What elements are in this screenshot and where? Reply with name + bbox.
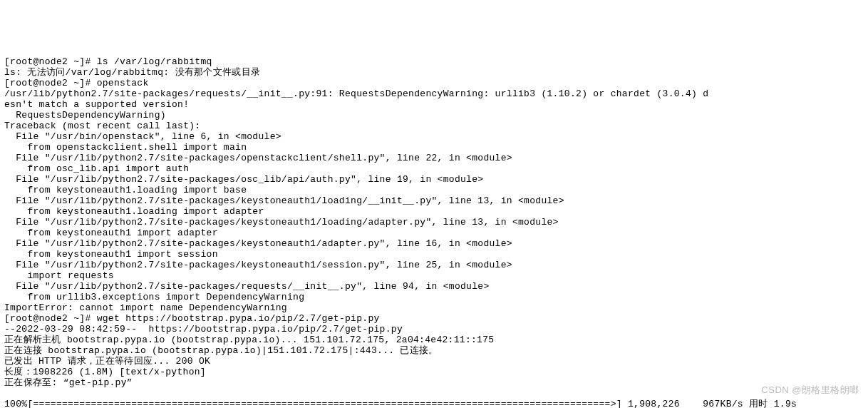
import-error-line: ImportError: cannot import name Dependen… bbox=[4, 302, 287, 313]
warning-line: esn't match a supported version! bbox=[4, 99, 189, 110]
traceback-file: File "/usr/lib/python2.7/site-packages/k… bbox=[4, 217, 559, 228]
warning-line: RequestsDependencyWarning) bbox=[4, 110, 166, 121]
wget-output-line: 长度：1908226 (1.8M) [text/x-python] bbox=[4, 367, 206, 377]
wget-output-line: --2022-03-29 08:42:59-- https://bootstra… bbox=[4, 324, 403, 335]
wget-output-line: 已发出 HTTP 请求，正在等待回应... 200 OK bbox=[4, 356, 210, 367]
terminal-output: [root@node2 ~]# ls /var/log/rabbitmq ls:… bbox=[4, 46, 864, 408]
command-text: wget https://bootstrap.pypa.io/pip/2.7/g… bbox=[97, 313, 380, 324]
wget-output-line: 正在连接 bootstrap.pypa.io (bootstrap.pypa.i… bbox=[4, 345, 438, 356]
shell-prompt: [root@node2 ~]# bbox=[4, 56, 97, 67]
traceback-file: File "/usr/lib/python2.7/site-packages/k… bbox=[4, 238, 512, 249]
traceback-code: from keystoneauth1.loading import adapte… bbox=[4, 206, 264, 217]
traceback-code: from openstackclient.shell import main bbox=[4, 142, 247, 153]
ls-error-line: ls: 无法访问/var/log/rabbitmq: 没有那个文件或目录 bbox=[4, 67, 260, 78]
shell-prompt: [root@node2 ~]# bbox=[4, 313, 97, 324]
wget-progress-bar: 100%[===================================… bbox=[4, 399, 797, 408]
traceback-file: File "/usr/lib/python2.7/site-packages/k… bbox=[4, 260, 512, 270]
traceback-file: File "/usr/bin/openstack", line 6, in <m… bbox=[4, 131, 281, 142]
traceback-code: from osc_lib.api import auth bbox=[4, 163, 189, 174]
traceback-code: from keystoneauth1 import adapter bbox=[4, 228, 218, 238]
wget-output-line: 正在解析主机 bootstrap.pypa.io (bootstrap.pypa… bbox=[4, 335, 494, 345]
command-text: openstack bbox=[97, 78, 149, 88]
warning-line: /usr/lib/python2.7/site-packages/request… bbox=[4, 88, 708, 99]
shell-prompt: [root@node2 ~]# bbox=[4, 78, 97, 88]
wget-output-line: 正在保存至: “get-pip.py” bbox=[4, 377, 133, 388]
traceback-code: from urllib3.exceptions import Dependenc… bbox=[4, 292, 304, 302]
traceback-code: import requests bbox=[4, 270, 114, 281]
traceback-code: from keystoneauth1.loading import base bbox=[4, 185, 247, 195]
csdn-watermark: CSDN @朗格里格朗啷 bbox=[761, 384, 859, 395]
command-text: ls /var/log/rabbitmq bbox=[97, 56, 212, 67]
traceback-header: Traceback (most recent call last): bbox=[4, 121, 200, 131]
traceback-code: from keystoneauth1 import session bbox=[4, 249, 218, 260]
traceback-file: File "/usr/lib/python2.7/site-packages/r… bbox=[4, 281, 490, 292]
traceback-file: File "/usr/lib/python2.7/site-packages/k… bbox=[4, 195, 564, 206]
traceback-file: File "/usr/lib/python2.7/site-packages/o… bbox=[4, 174, 483, 185]
traceback-file: File "/usr/lib/python2.7/site-packages/o… bbox=[4, 153, 512, 163]
